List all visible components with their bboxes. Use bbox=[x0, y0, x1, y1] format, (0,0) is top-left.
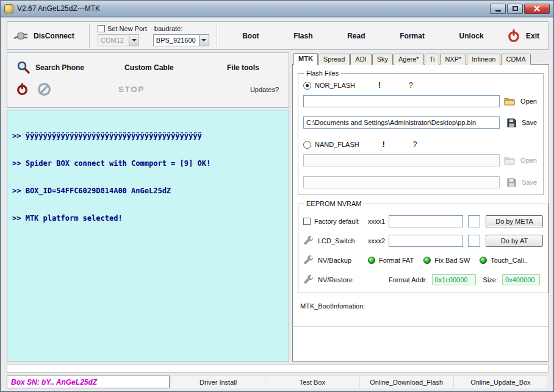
tab-adi[interactable]: ADI bbox=[350, 54, 371, 65]
touch-cali-option[interactable]: Touch_Cali.. bbox=[480, 257, 528, 264]
size-label: Size: bbox=[483, 276, 498, 283]
nv-backup-button[interactable]: NV/Backup bbox=[303, 255, 368, 266]
checkbox-icon bbox=[303, 218, 311, 225]
driver-install-button[interactable]: Driver Install bbox=[171, 376, 265, 388]
nor-question-label: ? bbox=[409, 81, 413, 90]
flash-button[interactable]: Flash bbox=[289, 29, 317, 43]
custom-cable-button[interactable]: Custom Cable bbox=[124, 63, 227, 72]
wrench-icon bbox=[303, 274, 314, 285]
baudrate-select[interactable]: BPS_921600 bbox=[153, 34, 209, 46]
close-icon bbox=[534, 5, 540, 12]
nv-backup-label: NV/Backup bbox=[318, 257, 351, 264]
set-new-port-checkbox[interactable]: Set New Port bbox=[98, 25, 147, 32]
nor-open-file-input[interactable] bbox=[303, 95, 500, 107]
lcd-switch-button[interactable]: LCD_Switch bbox=[303, 235, 368, 246]
maximize-button[interactable] bbox=[507, 4, 523, 14]
save-disk-icon bbox=[507, 118, 516, 127]
nor-save-button[interactable]: Save bbox=[507, 118, 538, 127]
online-download-flash-button[interactable]: Online_Download_Flash bbox=[359, 376, 453, 388]
do-by-meta-button[interactable]: Do by META bbox=[486, 215, 543, 227]
open-label: Open bbox=[520, 157, 537, 164]
open-folder-icon bbox=[504, 97, 515, 105]
log-line: >> ÿÿÿÿÿÿÿÿÿÿÿÿÿÿÿÿÿÿÿÿÿÿÿÿÿÿÿÿÿÿÿÿÿÿÿÿÿ… bbox=[12, 132, 284, 141]
power-icon bbox=[507, 29, 520, 43]
tab-mtk[interactable]: MTK bbox=[293, 53, 318, 65]
search-phone-button[interactable]: Search Phone bbox=[16, 60, 124, 75]
online-update-box-button[interactable]: Online_Update_Box bbox=[453, 376, 547, 388]
disconnect-button[interactable]: DisConnect bbox=[13, 30, 82, 41]
tab-spread[interactable]: Spread bbox=[318, 54, 350, 65]
nor-open-button[interactable]: Open bbox=[504, 97, 538, 105]
flash-files-group: Flash Files NOR_FLASH ! ? bbox=[298, 69, 544, 195]
eeprom-legend: EEPROM NVRAM bbox=[304, 200, 363, 207]
green-led-icon bbox=[368, 257, 375, 264]
toolbar-actions: Boot Flash Read Format Unlock bbox=[225, 29, 501, 43]
main-toolbar: DisConnect Set New Port COM12 baudrate: … bbox=[7, 21, 549, 50]
tab-nxp[interactable]: NXP* bbox=[440, 54, 466, 65]
com-port-group: Set New Port COM12 bbox=[98, 25, 147, 46]
chevron-down-icon bbox=[129, 35, 138, 46]
com-port-value: COM12 bbox=[101, 37, 126, 44]
close-button[interactable] bbox=[524, 4, 550, 14]
divider bbox=[293, 326, 549, 327]
phone-panel: Search Phone Custom Cable File tools bbox=[7, 52, 289, 108]
xxxx1-input[interactable] bbox=[389, 215, 463, 227]
com-port-select[interactable]: COM12 bbox=[98, 34, 139, 46]
window-controls bbox=[490, 4, 550, 14]
tab-cdma[interactable]: CDMA bbox=[501, 54, 530, 65]
magnifier-icon bbox=[16, 60, 31, 75]
boot-button[interactable]: Boot bbox=[237, 29, 264, 43]
format-addr-label: Format Addr: bbox=[389, 276, 428, 283]
xxxx2-input[interactable] bbox=[389, 235, 463, 247]
divider bbox=[89, 24, 90, 48]
window-title: V2.67 AnGeL25dZ---MTK bbox=[17, 4, 100, 13]
format-addr-input[interactable] bbox=[432, 274, 476, 285]
nor-bang-label: ! bbox=[378, 81, 381, 90]
tab-agere[interactable]: Agere* bbox=[394, 54, 424, 65]
minimize-button[interactable] bbox=[490, 4, 506, 14]
factory-default-checkbox[interactable]: Factory default bbox=[303, 218, 368, 225]
maximize-icon bbox=[513, 6, 518, 11]
touch-cali-label: Touch_Cali.. bbox=[491, 257, 528, 264]
do-by-at-button[interactable]: Do by AT bbox=[486, 235, 543, 247]
read-button[interactable]: Read bbox=[342, 29, 370, 43]
bottom-links-bar: Driver Install Test Box Online_Download_… bbox=[171, 376, 547, 388]
power-icon bbox=[16, 83, 29, 96]
search-phone-label: Search Phone bbox=[35, 63, 84, 72]
tab-ti[interactable]: Ti bbox=[425, 54, 440, 65]
format-fat-option[interactable]: Format FAT bbox=[368, 257, 414, 264]
test-box-button[interactable]: Test Box bbox=[265, 376, 359, 388]
format-button[interactable]: Format bbox=[395, 29, 430, 43]
size-input[interactable] bbox=[502, 274, 540, 285]
tab-sky[interactable]: Sky bbox=[372, 54, 393, 65]
factory-default-label: Factory default bbox=[314, 218, 359, 225]
app-window: V2.67 AnGeL25dZ---MTK DisConnect bbox=[0, 0, 554, 392]
disconnect-label: DisConnect bbox=[34, 32, 74, 40]
xxxx2-flag-input[interactable] bbox=[468, 235, 480, 247]
checkbox-icon bbox=[98, 25, 105, 32]
nv-restore-button[interactable]: NV/Restore bbox=[303, 274, 368, 285]
nand-save-file-input bbox=[303, 176, 500, 188]
unlock-button[interactable]: Unlock bbox=[455, 29, 489, 43]
set-new-port-label: Set New Port bbox=[107, 25, 147, 32]
xxxx1-flag-input[interactable] bbox=[468, 215, 480, 227]
nand-flash-radio[interactable] bbox=[303, 141, 311, 149]
nor-flash-radio[interactable] bbox=[303, 82, 311, 90]
mtk-tab-panel: Flash Files NOR_FLASH ! ? bbox=[292, 64, 549, 362]
tab-infineon[interactable]: Infineon bbox=[467, 54, 500, 65]
tabstrip: MTK Spread ADI Sky Agere* Ti NXP* Infine… bbox=[292, 52, 549, 65]
fix-bad-sw-option[interactable]: Fix Bad SW bbox=[423, 257, 470, 264]
save-label: Save bbox=[522, 179, 537, 186]
lcd-switch-label: LCD_Switch bbox=[318, 237, 355, 244]
green-led-icon bbox=[423, 257, 431, 264]
exit-button[interactable]: Exit bbox=[507, 29, 539, 43]
eeprom-nvram-group: EEPROM NVRAM Factory default xxxx1 Do by… bbox=[298, 200, 549, 293]
file-tools-button[interactable]: File tools bbox=[227, 63, 259, 72]
stop-button[interactable] bbox=[37, 82, 51, 96]
power-button[interactable] bbox=[16, 83, 29, 96]
save-label: Save bbox=[522, 119, 537, 126]
updates-link[interactable]: Updates? bbox=[250, 86, 279, 93]
nor-save-file-input[interactable] bbox=[303, 116, 500, 129]
titlebar: V2.67 AnGeL25dZ---MTK bbox=[1, 1, 553, 17]
save-disk-icon bbox=[507, 178, 516, 187]
